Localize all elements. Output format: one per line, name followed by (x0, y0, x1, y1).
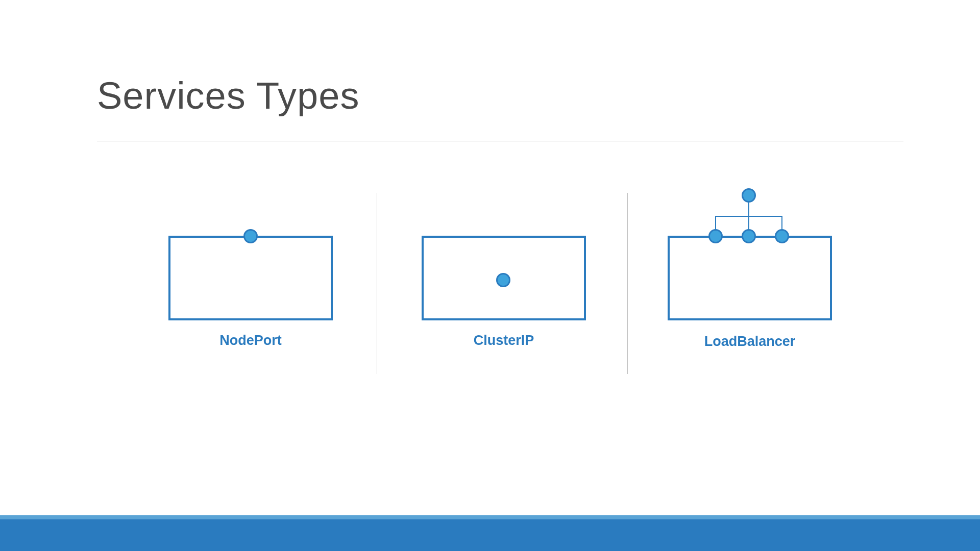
nodeport-port-circle-icon (243, 229, 258, 243)
loadbalancer-node-circle-1-icon (708, 229, 723, 243)
slide-title: Services Types (97, 74, 359, 117)
vertical-divider-2 (627, 193, 628, 374)
loadbalancer-tree-icon (715, 203, 782, 231)
loadbalancer-box (668, 236, 832, 320)
loadbalancer-label: LoadBalancer (668, 334, 832, 349)
loadbalancer-node-circle-2-icon (742, 229, 756, 243)
clusterip-internal-circle-icon (496, 273, 510, 287)
footer-accent-bar (0, 515, 980, 519)
nodeport-label: NodePort (168, 333, 333, 348)
nodeport-box (168, 236, 333, 320)
clusterip-label: ClusterIP (422, 333, 586, 348)
loadbalancer-external-circle-icon (742, 188, 756, 203)
footer-bar (0, 519, 980, 551)
vertical-divider-1 (377, 193, 377, 374)
title-underline (97, 141, 903, 141)
loadbalancer-node-circle-3-icon (775, 229, 789, 243)
